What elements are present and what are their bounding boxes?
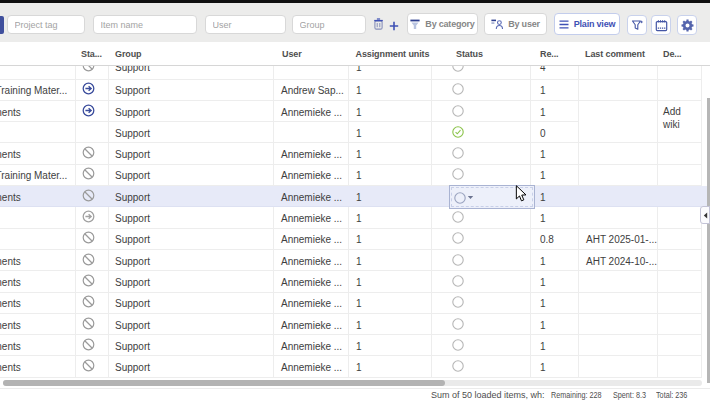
remaining-stat: Remaining: 228 [551, 390, 602, 400]
sta-marker-cell[interactable] [82, 358, 95, 376]
status-cell[interactable] [452, 209, 464, 227]
by-category-button[interactable]: By category [407, 13, 478, 35]
table-row[interactable]: mentsSupportAnnemieke ...11 [0, 357, 710, 378]
sta-marker-cell[interactable] [82, 337, 95, 355]
sta-marker-cell[interactable] [82, 294, 95, 312]
status-cell[interactable] [452, 316, 464, 334]
column-header-group[interactable]: Group [115, 49, 142, 59]
column-header-re[interactable]: Re... [540, 49, 559, 59]
status-cell[interactable] [452, 358, 464, 376]
forwarded-status-icon [82, 210, 95, 223]
spent-stat: Spent: 8.3 [613, 390, 646, 400]
status-open-icon [452, 275, 464, 287]
status-cell[interactable] [452, 103, 464, 121]
table-row[interactable]: Support10 [0, 122, 710, 143]
column-header-de[interactable]: De... [663, 49, 682, 59]
status-cell[interactable] [452, 230, 464, 248]
user-cell: Annemieke ... [281, 340, 342, 351]
assignment-units-cell: 1 [356, 213, 362, 224]
assignment-units-cell: 1 [356, 85, 362, 96]
mouse-cursor [515, 185, 528, 203]
sta-marker-cell[interactable] [82, 66, 95, 76]
sta-marker-cell[interactable] [82, 145, 95, 163]
filter-button[interactable] [627, 15, 647, 35]
sta-marker-cell[interactable] [82, 81, 95, 99]
status-cell[interactable] [452, 294, 464, 312]
item-name-cell: ments [0, 149, 21, 160]
delete-filter-button[interactable] [373, 18, 384, 33]
status-cell[interactable] [452, 81, 464, 99]
table-row[interactable]: SupportAnnemieke ...10.8AHT 2025-01-... [0, 229, 710, 250]
user-cell: Annemieke ... [281, 170, 342, 181]
status-cell[interactable] [452, 166, 464, 184]
sta-marker-cell[interactable] [82, 188, 95, 206]
table-row[interactable]: mentsSupportAnnemieke ...11 [0, 144, 710, 165]
table-row[interactable]: Training Mater...SupportAnnemieke ...11 [0, 165, 710, 186]
assignment-units-cell: 1 [356, 127, 362, 138]
blocked-status-icon [82, 274, 95, 287]
status-cell[interactable] [452, 273, 464, 291]
user-cell: Andrew Sap... [281, 85, 344, 96]
column-header-units[interactable]: Assignment units [356, 49, 430, 59]
status-open-icon [452, 147, 464, 159]
group-input[interactable] [292, 15, 366, 34]
column-header-user[interactable]: User [282, 49, 302, 59]
blocked-status-icon [82, 295, 95, 308]
sta-marker-cell[interactable] [82, 230, 95, 248]
table-row[interactable]: mentsSupportAnnemieke ...11 [0, 335, 710, 356]
status-cell[interactable] [452, 252, 464, 270]
item-name-cell: Training Mater... [0, 85, 67, 96]
assignment-units-cell: 1 [356, 298, 362, 309]
column-header-status[interactable]: Status [456, 49, 483, 59]
sta-marker-cell[interactable] [82, 209, 95, 227]
project-tag-input[interactable] [7, 15, 85, 34]
add-filter-button[interactable] [389, 19, 399, 34]
settings-button[interactable] [677, 15, 697, 35]
table-row[interactable]: mentsSupportAnnemieke ...11 [0, 293, 710, 314]
remaining-cell: 4 [540, 66, 546, 72]
remaining-cell: 1 [540, 213, 546, 224]
item-name-cell: ments [0, 191, 21, 202]
remaining-cell: 0 [540, 127, 546, 138]
category-funnel-icon [410, 19, 420, 30]
by-user-button[interactable]: By user [484, 13, 547, 35]
list-icon [559, 20, 569, 29]
collapse-panel-button[interactable] [700, 206, 710, 224]
table-row[interactable]: mentsSupportAnnemieke ...11 [0, 101, 710, 122]
app-window: By category By user Plain view [0, 0, 710, 400]
status-cell[interactable] [452, 337, 464, 355]
chevron-left-icon [703, 212, 708, 219]
status-open-icon [452, 339, 464, 351]
plain-view-button[interactable]: Plain view [554, 13, 620, 35]
sta-marker-cell[interactable] [82, 316, 95, 334]
clipped-left-button[interactable] [0, 16, 4, 34]
sta-marker-cell[interactable] [82, 273, 95, 291]
sta-marker-cell[interactable] [82, 103, 95, 121]
table-row[interactable]: mentsSupportAnnemieke ...11AHT 2024-10-.… [0, 250, 710, 271]
table-row[interactable]: mentsSupportAnnemieke ...11 [0, 186, 710, 207]
horizontal-scrollbar-thumb[interactable] [3, 380, 445, 386]
status-open-icon [452, 360, 464, 372]
sta-marker-cell[interactable] [82, 252, 95, 270]
column-header-sta[interactable]: Sta... [81, 49, 102, 59]
user-cell: Annemieke ... [281, 213, 342, 224]
table-row[interactable]: Training Mater...SupportAndrew Sap...11 [0, 80, 710, 101]
chevron-down-icon [467, 195, 474, 200]
group-cell: Support [115, 149, 150, 160]
item-name-input[interactable] [93, 15, 197, 34]
remaining-cell: 1 [540, 276, 546, 287]
table-row[interactable]: mentsSupportAnnemieke ...11 [0, 314, 710, 335]
table-row[interactable]: SupportAnnemieke ...11 [0, 207, 710, 228]
status-cell[interactable] [452, 66, 464, 76]
table-row[interactable]: mentsSupportAnnemieke ...11 [0, 271, 710, 292]
user-input[interactable] [205, 15, 286, 34]
group-cell: Support [115, 213, 150, 224]
calendar-button[interactable] [651, 15, 671, 35]
table-row[interactable]: Support14 [0, 66, 710, 80]
column-header-lc[interactable]: Last comment [585, 49, 645, 59]
status-cell[interactable] [452, 124, 464, 142]
status-cell[interactable] [452, 145, 464, 163]
group-cell: Support [115, 106, 150, 117]
sta-marker-cell[interactable] [82, 166, 95, 184]
status-open-icon [454, 192, 466, 204]
